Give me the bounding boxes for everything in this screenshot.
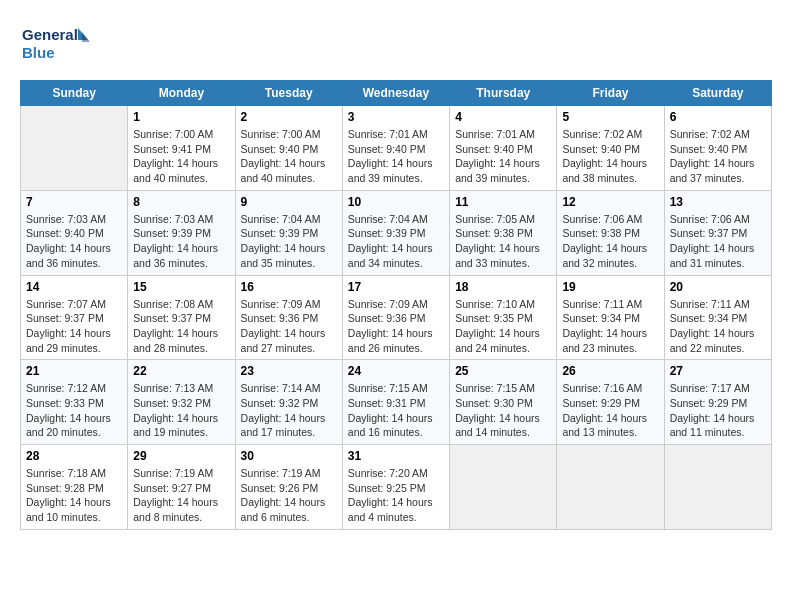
calendar-cell: 24 Sunrise: 7:15 AM Sunset: 9:31 PM Dayl… bbox=[342, 360, 449, 445]
cell-data: Sunrise: 7:19 AM Sunset: 9:27 PM Dayligh… bbox=[133, 466, 229, 525]
calendar-cell: 6 Sunrise: 7:02 AM Sunset: 9:40 PM Dayli… bbox=[664, 106, 771, 191]
calendar-cell: 25 Sunrise: 7:15 AM Sunset: 9:30 PM Dayl… bbox=[450, 360, 557, 445]
cell-data: Sunrise: 7:17 AM Sunset: 9:29 PM Dayligh… bbox=[670, 381, 766, 440]
calendar-cell bbox=[557, 445, 664, 530]
calendar-cell: 8 Sunrise: 7:03 AM Sunset: 9:39 PM Dayli… bbox=[128, 190, 235, 275]
calendar-cell: 17 Sunrise: 7:09 AM Sunset: 9:36 PM Dayl… bbox=[342, 275, 449, 360]
cell-data: Sunrise: 7:13 AM Sunset: 9:32 PM Dayligh… bbox=[133, 381, 229, 440]
day-number: 5 bbox=[562, 110, 658, 124]
cell-data: Sunrise: 7:05 AM Sunset: 9:38 PM Dayligh… bbox=[455, 212, 551, 271]
cell-data: Sunrise: 7:01 AM Sunset: 9:40 PM Dayligh… bbox=[348, 127, 444, 186]
day-number: 1 bbox=[133, 110, 229, 124]
page-header: General Blue bbox=[20, 20, 772, 70]
day-number: 24 bbox=[348, 364, 444, 378]
calendar-body: 1 Sunrise: 7:00 AM Sunset: 9:41 PM Dayli… bbox=[21, 106, 772, 530]
cell-data: Sunrise: 7:15 AM Sunset: 9:31 PM Dayligh… bbox=[348, 381, 444, 440]
calendar-cell: 16 Sunrise: 7:09 AM Sunset: 9:36 PM Dayl… bbox=[235, 275, 342, 360]
day-number: 23 bbox=[241, 364, 337, 378]
calendar-cell: 29 Sunrise: 7:19 AM Sunset: 9:27 PM Dayl… bbox=[128, 445, 235, 530]
calendar-cell: 14 Sunrise: 7:07 AM Sunset: 9:37 PM Dayl… bbox=[21, 275, 128, 360]
svg-text:General: General bbox=[22, 26, 78, 43]
dow-cell: Friday bbox=[557, 81, 664, 106]
calendar-cell bbox=[664, 445, 771, 530]
cell-data: Sunrise: 7:04 AM Sunset: 9:39 PM Dayligh… bbox=[348, 212, 444, 271]
day-number: 10 bbox=[348, 195, 444, 209]
calendar-cell: 23 Sunrise: 7:14 AM Sunset: 9:32 PM Dayl… bbox=[235, 360, 342, 445]
calendar-cell: 22 Sunrise: 7:13 AM Sunset: 9:32 PM Dayl… bbox=[128, 360, 235, 445]
cell-data: Sunrise: 7:06 AM Sunset: 9:38 PM Dayligh… bbox=[562, 212, 658, 271]
day-of-week-header-row: SundayMondayTuesdayWednesdayThursdayFrid… bbox=[21, 81, 772, 106]
cell-data: Sunrise: 7:09 AM Sunset: 9:36 PM Dayligh… bbox=[348, 297, 444, 356]
dow-cell: Saturday bbox=[664, 81, 771, 106]
cell-data: Sunrise: 7:18 AM Sunset: 9:28 PM Dayligh… bbox=[26, 466, 122, 525]
day-number: 25 bbox=[455, 364, 551, 378]
calendar-cell: 3 Sunrise: 7:01 AM Sunset: 9:40 PM Dayli… bbox=[342, 106, 449, 191]
dow-cell: Tuesday bbox=[235, 81, 342, 106]
logo-svg: General Blue bbox=[20, 20, 90, 70]
calendar-cell: 7 Sunrise: 7:03 AM Sunset: 9:40 PM Dayli… bbox=[21, 190, 128, 275]
cell-data: Sunrise: 7:20 AM Sunset: 9:25 PM Dayligh… bbox=[348, 466, 444, 525]
day-number: 30 bbox=[241, 449, 337, 463]
day-number: 16 bbox=[241, 280, 337, 294]
calendar-cell: 11 Sunrise: 7:05 AM Sunset: 9:38 PM Dayl… bbox=[450, 190, 557, 275]
calendar-week-row: 28 Sunrise: 7:18 AM Sunset: 9:28 PM Dayl… bbox=[21, 445, 772, 530]
calendar-cell: 15 Sunrise: 7:08 AM Sunset: 9:37 PM Dayl… bbox=[128, 275, 235, 360]
day-number: 21 bbox=[26, 364, 122, 378]
day-number: 31 bbox=[348, 449, 444, 463]
calendar-cell bbox=[21, 106, 128, 191]
calendar-cell bbox=[450, 445, 557, 530]
logo: General Blue bbox=[20, 20, 90, 70]
day-number: 13 bbox=[670, 195, 766, 209]
calendar-cell: 30 Sunrise: 7:19 AM Sunset: 9:26 PM Dayl… bbox=[235, 445, 342, 530]
calendar-cell: 26 Sunrise: 7:16 AM Sunset: 9:29 PM Dayl… bbox=[557, 360, 664, 445]
cell-data: Sunrise: 7:00 AM Sunset: 9:40 PM Dayligh… bbox=[241, 127, 337, 186]
day-number: 29 bbox=[133, 449, 229, 463]
cell-data: Sunrise: 7:10 AM Sunset: 9:35 PM Dayligh… bbox=[455, 297, 551, 356]
cell-data: Sunrise: 7:03 AM Sunset: 9:39 PM Dayligh… bbox=[133, 212, 229, 271]
day-number: 15 bbox=[133, 280, 229, 294]
day-number: 28 bbox=[26, 449, 122, 463]
calendar-cell: 10 Sunrise: 7:04 AM Sunset: 9:39 PM Dayl… bbox=[342, 190, 449, 275]
day-number: 17 bbox=[348, 280, 444, 294]
dow-cell: Sunday bbox=[21, 81, 128, 106]
day-number: 20 bbox=[670, 280, 766, 294]
cell-data: Sunrise: 7:16 AM Sunset: 9:29 PM Dayligh… bbox=[562, 381, 658, 440]
calendar-cell: 20 Sunrise: 7:11 AM Sunset: 9:34 PM Dayl… bbox=[664, 275, 771, 360]
day-number: 4 bbox=[455, 110, 551, 124]
day-number: 27 bbox=[670, 364, 766, 378]
calendar-cell: 12 Sunrise: 7:06 AM Sunset: 9:38 PM Dayl… bbox=[557, 190, 664, 275]
calendar-cell: 21 Sunrise: 7:12 AM Sunset: 9:33 PM Dayl… bbox=[21, 360, 128, 445]
cell-data: Sunrise: 7:15 AM Sunset: 9:30 PM Dayligh… bbox=[455, 381, 551, 440]
day-number: 9 bbox=[241, 195, 337, 209]
cell-data: Sunrise: 7:06 AM Sunset: 9:37 PM Dayligh… bbox=[670, 212, 766, 271]
calendar-cell: 4 Sunrise: 7:01 AM Sunset: 9:40 PM Dayli… bbox=[450, 106, 557, 191]
cell-data: Sunrise: 7:09 AM Sunset: 9:36 PM Dayligh… bbox=[241, 297, 337, 356]
cell-data: Sunrise: 7:02 AM Sunset: 9:40 PM Dayligh… bbox=[670, 127, 766, 186]
day-number: 19 bbox=[562, 280, 658, 294]
cell-data: Sunrise: 7:07 AM Sunset: 9:37 PM Dayligh… bbox=[26, 297, 122, 356]
dow-cell: Wednesday bbox=[342, 81, 449, 106]
day-number: 12 bbox=[562, 195, 658, 209]
cell-data: Sunrise: 7:11 AM Sunset: 9:34 PM Dayligh… bbox=[562, 297, 658, 356]
day-number: 26 bbox=[562, 364, 658, 378]
cell-data: Sunrise: 7:04 AM Sunset: 9:39 PM Dayligh… bbox=[241, 212, 337, 271]
calendar-week-row: 14 Sunrise: 7:07 AM Sunset: 9:37 PM Dayl… bbox=[21, 275, 772, 360]
cell-data: Sunrise: 7:01 AM Sunset: 9:40 PM Dayligh… bbox=[455, 127, 551, 186]
calendar-cell: 27 Sunrise: 7:17 AM Sunset: 9:29 PM Dayl… bbox=[664, 360, 771, 445]
cell-data: Sunrise: 7:19 AM Sunset: 9:26 PM Dayligh… bbox=[241, 466, 337, 525]
cell-data: Sunrise: 7:11 AM Sunset: 9:34 PM Dayligh… bbox=[670, 297, 766, 356]
day-number: 18 bbox=[455, 280, 551, 294]
calendar-table: SundayMondayTuesdayWednesdayThursdayFrid… bbox=[20, 80, 772, 530]
cell-data: Sunrise: 7:08 AM Sunset: 9:37 PM Dayligh… bbox=[133, 297, 229, 356]
cell-data: Sunrise: 7:00 AM Sunset: 9:41 PM Dayligh… bbox=[133, 127, 229, 186]
dow-cell: Monday bbox=[128, 81, 235, 106]
calendar-week-row: 7 Sunrise: 7:03 AM Sunset: 9:40 PM Dayli… bbox=[21, 190, 772, 275]
calendar-cell: 31 Sunrise: 7:20 AM Sunset: 9:25 PM Dayl… bbox=[342, 445, 449, 530]
cell-data: Sunrise: 7:14 AM Sunset: 9:32 PM Dayligh… bbox=[241, 381, 337, 440]
day-number: 2 bbox=[241, 110, 337, 124]
cell-data: Sunrise: 7:12 AM Sunset: 9:33 PM Dayligh… bbox=[26, 381, 122, 440]
calendar-cell: 5 Sunrise: 7:02 AM Sunset: 9:40 PM Dayli… bbox=[557, 106, 664, 191]
cell-data: Sunrise: 7:03 AM Sunset: 9:40 PM Dayligh… bbox=[26, 212, 122, 271]
calendar-cell: 2 Sunrise: 7:00 AM Sunset: 9:40 PM Dayli… bbox=[235, 106, 342, 191]
calendar-cell: 1 Sunrise: 7:00 AM Sunset: 9:41 PM Dayli… bbox=[128, 106, 235, 191]
